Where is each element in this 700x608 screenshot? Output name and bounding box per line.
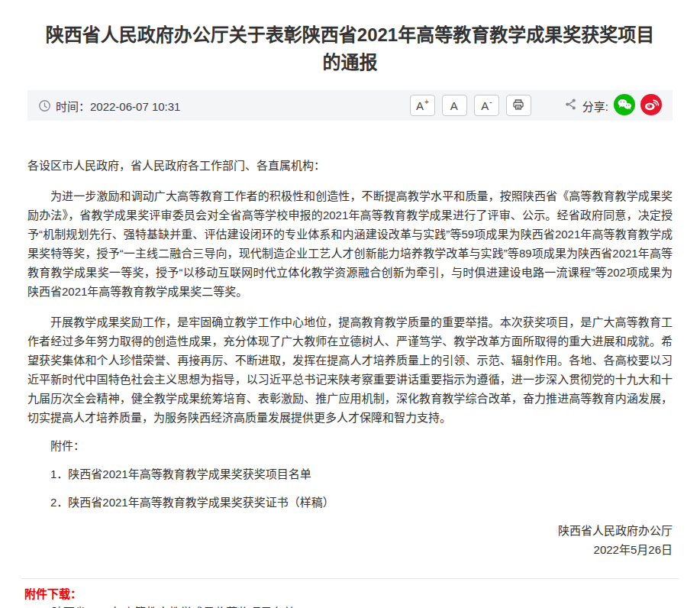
meta-bar: 时间：2022-06-07 10:31 A+ A A- 分享: <box>27 90 673 121</box>
wechat-share-icon[interactable] <box>614 94 635 118</box>
share-nodes-icon <box>564 98 577 113</box>
paragraph-1: 为进一步激励和调动广大高等教育工作者的积极性和创造性，不断提高教学水平和质量，按… <box>27 186 673 301</box>
printer-icon <box>511 98 525 114</box>
attachment-item-1: 1．陕西省2021年高等教育教学成果奖获奖项目名单 <box>27 464 673 483</box>
issuing-authority: 陕西省人民政府办公厅 <box>27 521 673 540</box>
paragraph-2: 开展教学成果奖励工作，是牢固确立教学工作中心地位，提高教育教学质量的重要举措。本… <box>27 312 673 427</box>
font-increase-button[interactable]: A+ <box>410 95 435 116</box>
salutation: 各设区市人民政府，省人民政府各工作部门、各直属机构： <box>27 156 673 175</box>
downloads-label: 附件下载： <box>24 586 676 603</box>
downloads-section: 附件下载： 1.1．陕西省2021年高等教育教学成果奖获奖项目名单.pdf 2.… <box>21 578 679 608</box>
share-group: 分享: <box>564 94 662 118</box>
font-default-button[interactable]: A <box>442 95 467 116</box>
page-title: 陕西省人民政府办公厅关于表彰陕西省2021年高等教育教学成果奖获奖项目的通报 <box>40 21 660 76</box>
attachment-item-2: 2．陕西省2021年高等教育教学成果奖获奖证书（样稿） <box>27 493 673 512</box>
font-decrease-letter: A <box>481 99 489 112</box>
font-decrease-sign: - <box>489 99 492 106</box>
share-label: 分享: <box>582 98 608 114</box>
attachments-label: 附件： <box>27 436 673 455</box>
font-increase-letter: A <box>416 99 424 112</box>
signature-block: 陕西省人民政府办公厅 2022年5月26日 <box>27 521 673 559</box>
font-increase-sign: + <box>424 99 429 106</box>
weibo-share-icon[interactable] <box>640 94 662 118</box>
publish-time: 时间：2022-06-07 10:31 <box>38 98 180 114</box>
article-body: 各设区市人民政府，省人民政府各工作部门、各直属机构： 为进一步激励和调动广大高等… <box>27 156 673 559</box>
download-file-link-1[interactable]: 1.1．陕西省2021年高等教育教学成果奖获奖项目名单.pdf <box>24 603 676 608</box>
meta-toolbar: A+ A A- 分享: <box>410 94 662 118</box>
font-decrease-button[interactable]: A- <box>474 95 499 116</box>
issue-date: 2022年5月26日 <box>27 540 673 559</box>
font-default-letter: A <box>450 99 458 112</box>
clock-icon <box>38 99 51 112</box>
print-button[interactable] <box>506 95 531 116</box>
publish-time-text: 时间：2022-06-07 10:31 <box>56 98 180 114</box>
